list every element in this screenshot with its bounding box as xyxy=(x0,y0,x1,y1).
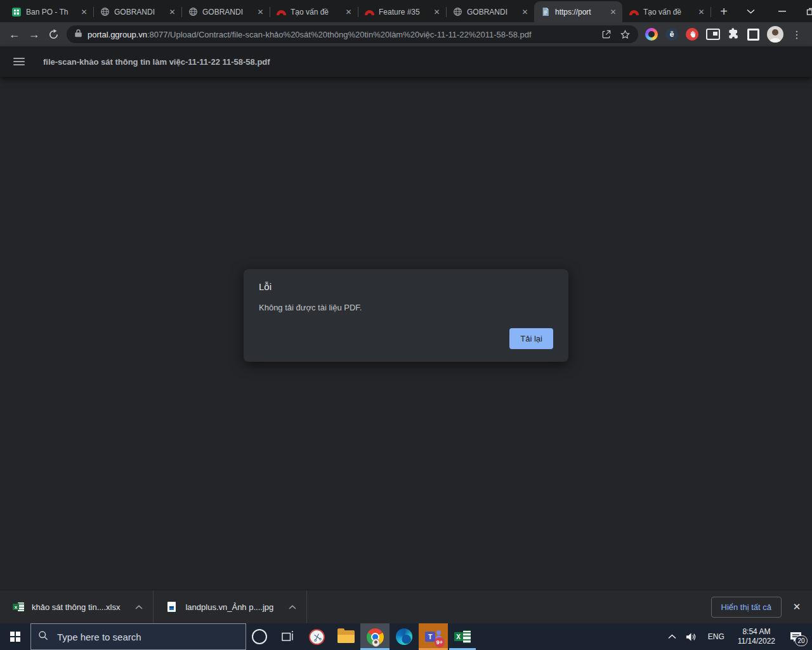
menu-dots-icon[interactable]: ⋮ xyxy=(791,29,802,41)
profile-avatar[interactable] xyxy=(767,26,783,43)
colorful-ring-extension-icon[interactable] xyxy=(645,28,658,41)
tab-close-icon[interactable]: ✕ xyxy=(431,6,442,17)
xlsx-file-icon: x xyxy=(13,602,24,612)
download-file-name: landplus.vn_Ảnh p....jpg xyxy=(185,602,273,612)
downloads-divider xyxy=(153,590,154,623)
globe-favicon xyxy=(188,7,198,17)
forward-icon[interactable]: → xyxy=(24,25,44,44)
action-center-icon[interactable]: 20 xyxy=(782,623,809,650)
chrome-icon[interactable] xyxy=(360,623,390,650)
download-item[interactable]: landplus.vn_Ảnh p....jpg xyxy=(166,590,300,623)
reload-button[interactable]: Tải lại xyxy=(509,328,553,349)
tray-chevron-icon[interactable] xyxy=(663,623,682,650)
clock-date: 11/14/2022 xyxy=(738,637,775,646)
extensions-row: ĕ ⋮ xyxy=(641,26,808,43)
tab-title: GOBRANDI xyxy=(467,8,515,17)
system-tray: ENG 8:54 AM 11/14/2022 20 xyxy=(663,623,812,650)
start-button[interactable] xyxy=(0,623,30,650)
downloads-bar: xkhảo sát thông tin....xlsxlandplus.vn_Ả… xyxy=(0,590,812,623)
picture-in-picture-extension-icon[interactable] xyxy=(706,29,720,40)
tab-strip: Ban PO - Th✕GOBRANDI✕GOBRANDI✕Tạo vấn đề… xyxy=(0,0,812,22)
file-explorer-icon[interactable] xyxy=(331,623,360,650)
edge-icon[interactable] xyxy=(390,623,419,650)
screen: Ban PO - Th✕GOBRANDI✕GOBRANDI✕Tạo vấn đề… xyxy=(0,0,812,650)
pdf-menu-icon[interactable] xyxy=(13,58,25,65)
pdf-favicon xyxy=(540,7,551,17)
lock-icon[interactable] xyxy=(75,29,82,40)
teams-notification-badge: 9+ xyxy=(435,637,445,647)
tab-title: https://port xyxy=(555,8,603,17)
taskbar-search[interactable] xyxy=(30,623,246,650)
speaker-icon[interactable] xyxy=(682,623,701,650)
tab[interactable]: GOBRANDI✕ xyxy=(446,1,534,22)
tab-close-icon[interactable]: ✕ xyxy=(608,6,619,17)
address-bar[interactable]: portal.ggroup.vn:8077/Upload/Contract/fi… xyxy=(67,25,638,43)
tab-search-chevron-icon[interactable] xyxy=(733,0,768,22)
tab-close-icon[interactable]: ✕ xyxy=(343,6,354,17)
tab[interactable]: Tạo vấn đề✕ xyxy=(270,1,358,22)
extensions-puzzle-icon[interactable] xyxy=(728,27,740,42)
tab[interactable]: GOBRANDI✕ xyxy=(181,1,270,22)
cortana-icon[interactable] xyxy=(246,623,273,650)
tab-close-icon[interactable]: ✕ xyxy=(520,6,530,17)
tab-title: Ban PO - Th xyxy=(26,8,74,17)
pdf-content-area: Lỗi Không tải được tài liệu PDF. Tải lại xyxy=(0,77,812,590)
back-icon[interactable]: ← xyxy=(4,25,24,44)
tab-title: GOBRANDI xyxy=(202,8,251,17)
globe-favicon xyxy=(452,7,462,17)
tab[interactable]: GOBRANDI✕ xyxy=(93,1,181,22)
redmine-favicon xyxy=(629,7,639,17)
pdf-toolbar: file-scan-khảo sát thông tin làm việc-11… xyxy=(0,46,812,77)
tabs-container: Ban PO - Th✕GOBRANDI✕GOBRANDI✕Tạo vấn đề… xyxy=(5,0,710,22)
tab-close-icon[interactable]: ✕ xyxy=(696,6,707,17)
language-indicator[interactable]: ENG xyxy=(701,632,731,641)
restore-button[interactable] xyxy=(796,0,812,22)
downloads-divider xyxy=(306,590,307,623)
download-file-name: khảo sát thông tin....xlsx xyxy=(32,602,120,612)
tab[interactable]: Feature #35✕ xyxy=(358,1,446,22)
tab[interactable]: Ban PO - Th✕ xyxy=(5,1,93,22)
download-chevron-up-icon[interactable] xyxy=(131,599,147,614)
redmine-favicon xyxy=(276,7,286,17)
share-icon[interactable] xyxy=(598,26,615,43)
e-letter-extension-icon[interactable]: ĕ xyxy=(665,28,678,41)
search-icon xyxy=(38,630,49,644)
dialog-title: Lỗi xyxy=(259,281,553,292)
search-input[interactable] xyxy=(56,631,239,643)
tab-title: Feature #35 xyxy=(379,8,427,17)
taskbar-clock[interactable]: 8:54 AM 11/14/2022 xyxy=(731,627,782,646)
clock-time: 8:54 AM xyxy=(738,627,775,637)
tab[interactable]: Tạo vấn đề✕ xyxy=(622,1,710,22)
tab-active[interactable]: https://port✕ xyxy=(534,1,622,22)
teams-icon[interactable]: T 9+ xyxy=(419,623,448,650)
task-view-icon[interactable] xyxy=(273,623,302,650)
square-extension-icon[interactable] xyxy=(747,29,759,41)
reload-icon[interactable] xyxy=(44,25,63,44)
downloads-close-icon[interactable]: ✕ xyxy=(782,601,812,613)
bookmark-star-icon[interactable] xyxy=(617,26,633,43)
download-item[interactable]: xkhảo sát thông tin....xlsx xyxy=(13,590,147,623)
downloads-items: xkhảo sát thông tin....xlsxlandplus.vn_Ả… xyxy=(13,590,320,623)
tab-close-icon[interactable]: ✕ xyxy=(255,6,266,17)
excel-icon[interactable]: X xyxy=(448,623,477,650)
error-dialog: Lỗi Không tải được tài liệu PDF. Tải lại xyxy=(244,269,568,362)
dialog-message: Không tải được tài liệu PDF. xyxy=(259,303,553,312)
minimize-button[interactable] xyxy=(768,0,796,22)
red-hand-extension-icon[interactable] xyxy=(686,28,698,41)
tab-title: Tạo vấn đề xyxy=(643,8,691,17)
snipping-tool-icon[interactable] xyxy=(302,623,331,650)
globe-favicon xyxy=(100,7,110,17)
dialog-actions: Tải lại xyxy=(259,328,553,349)
tab-close-icon[interactable]: ✕ xyxy=(79,6,89,17)
redmine-favicon xyxy=(364,7,374,17)
tab-title: GOBRANDI xyxy=(114,8,162,17)
show-all-downloads-button[interactable]: Hiển thị tất cả xyxy=(711,597,782,618)
jpg-file-icon xyxy=(166,602,178,612)
download-chevron-up-icon[interactable] xyxy=(285,599,300,614)
tab-title: Tạo vấn đề xyxy=(291,8,339,17)
tab-close-icon[interactable]: ✕ xyxy=(167,6,178,17)
browser-toolbar: ← → portal.ggroup.vn:8077/Upload/Contrac… xyxy=(0,22,812,46)
windows-logo-icon xyxy=(10,632,20,642)
new-tab-button[interactable]: + xyxy=(715,3,733,20)
url-text: portal.ggroup.vn:8077/Upload/Contract/fi… xyxy=(88,30,596,39)
